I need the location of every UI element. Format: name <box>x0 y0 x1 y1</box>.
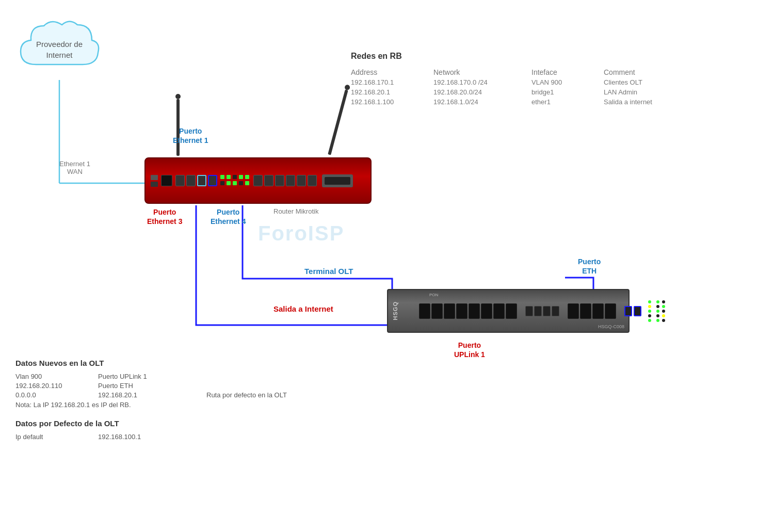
router-label: Router Mikrotik <box>273 207 318 215</box>
olt-leds-grid <box>656 300 666 322</box>
dn-col2-r1: Puerto UPLink 1 <box>98 373 201 380</box>
dn-col1-r3: 0.0.0.0 <box>15 391 93 399</box>
datos-nuevos-title: Datos Nuevos en la OLT <box>15 359 366 367</box>
dn-col1-r1: Vlan 900 <box>15 373 93 380</box>
eth-port-5 <box>253 175 263 186</box>
olt-sfp-ports <box>419 303 517 319</box>
redes-rb-section: Redes en RB Address Network Inteface Com… <box>351 52 764 107</box>
terminal-olt-label: Terminal OLT <box>304 267 353 276</box>
dn-col3-r3: Ruta por defecto en la OLT <box>206 391 366 399</box>
cloud-shape: Proveedor de Internet <box>15 15 103 83</box>
eth-port-8 <box>286 175 295 186</box>
olt-eth-ports <box>624 306 641 316</box>
olt-sfp-ports-2 <box>568 303 616 319</box>
dd-label-1: Ip default <box>15 433 93 441</box>
table-cell-iface-2: bridge1 <box>531 87 604 97</box>
sfp-port <box>161 175 172 186</box>
table-cell-iface-1: VLAN 900 <box>531 77 604 87</box>
table-cell-addr-1: 192.168.170.1 <box>351 77 433 87</box>
table-cell-net-2: 192.168.20.0/24 <box>433 87 531 97</box>
led-grid <box>220 175 250 186</box>
table-cell-net-1: 192.168.170.0 /24 <box>433 77 531 87</box>
redes-rb-table: Address Network Inteface Comment 192.168… <box>351 67 764 107</box>
table-header-network: Network <box>433 67 531 77</box>
puerto-eth4-label: Puerto Ethernet 4 <box>211 207 246 226</box>
puerto-eth1-label: Puerto Ethernet 1 <box>173 126 208 145</box>
table-cell-addr-3: 192.168.1.100 <box>351 97 433 107</box>
olt-rj45-ports <box>525 306 559 316</box>
diagram-container: Proveedor de Internet Ethernet 1 WAN <box>0 0 774 532</box>
dn-col3-r1 <box>206 373 366 380</box>
table-cell-net-3: 192.168.1.0/24 <box>433 97 531 107</box>
dn-col2-r3: 192.168.20.1 <box>98 391 201 399</box>
table-cell-comment-3: Salida a internet <box>604 97 707 107</box>
table-cell-iface-3: ether1 <box>531 97 604 107</box>
table-header-interface: Inteface <box>531 67 604 77</box>
puerto-uplink-label: Puerto UPLink 1 <box>454 341 485 359</box>
cloud-label: Proveedor de Internet <box>34 39 85 60</box>
datos-defecto-grid: Ip default 192.168.100.1 <box>15 433 366 441</box>
puerto-eth-label: Puerto ETH <box>578 257 601 276</box>
datos-defecto-section: Datos por Defecto de la OLT Ip default 1… <box>15 419 366 441</box>
olt-pon-label: PON <box>429 293 438 297</box>
eth-port-6 <box>264 175 273 186</box>
watermark: ForoISP <box>258 222 344 245</box>
olt-leds <box>648 300 651 322</box>
table-cell-addr-2: 192.168.20.1 <box>351 87 433 97</box>
router-mikrotik <box>144 157 372 204</box>
antenna-right <box>328 89 348 155</box>
olt-model: HSGQ-C008 <box>598 324 624 329</box>
datos-nuevos-grid: Vlan 900 Puerto UPLink 1 192.168.20.110 … <box>15 373 366 399</box>
table-cell-comment-1: Clientes OLT <box>604 77 707 87</box>
dd-value-1: 192.168.100.1 <box>98 433 201 441</box>
salida-internet-label: Salida a Internet <box>273 304 333 313</box>
eth-port-10 <box>308 175 317 186</box>
dn-col3-r2 <box>206 382 366 390</box>
eth-port-9 <box>297 175 306 186</box>
eth-port-7 <box>275 175 284 186</box>
dn-col2-r2: Puerto ETH <box>98 382 201 390</box>
eth-port-3 <box>197 175 206 186</box>
eth-port-1 <box>175 175 185 186</box>
table-header-address: Address <box>351 67 433 77</box>
nota-text: Nota: La IP 192.168.20.1 es IP del RB. <box>15 401 366 409</box>
eth-port-4 <box>208 175 217 186</box>
eth-port-2 <box>186 175 196 186</box>
olt-brand-label: HSGQ <box>392 301 398 320</box>
bottom-info: Datos Nuevos en la OLT Vlan 900 Puerto U… <box>15 359 366 441</box>
table-header-comment: Comment <box>604 67 707 77</box>
dn-col1-r2: 192.168.20.110 <box>15 382 93 390</box>
table-cell-comment-2: LAN Admin <box>604 87 707 97</box>
puerto-eth3-label: Puerto Ethernet 3 <box>147 207 182 226</box>
datos-defecto-title: Datos por Defecto de la OLT <box>15 419 366 428</box>
redes-rb-title: Redes en RB <box>351 52 764 61</box>
olt-device: HSGQ PON <box>387 289 630 333</box>
eth1-wan-label: Ethernet 1 WAN <box>59 160 90 175</box>
